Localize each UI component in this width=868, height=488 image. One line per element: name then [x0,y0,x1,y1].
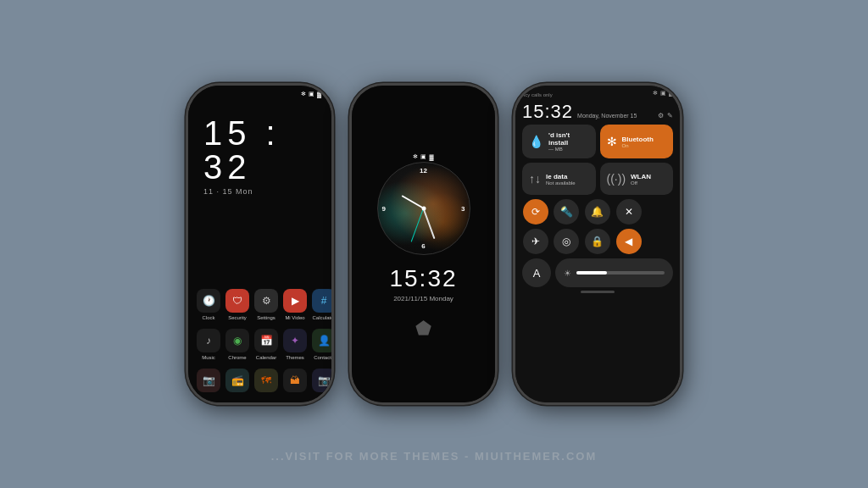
data-drop-icon: 💧 [529,135,543,148]
data-tile-sub: — MB [548,147,589,152]
clock-number-12: 12 [420,167,427,175]
ctrl-btn-row1: ⟳ 🔦 🔔 ✕ [522,199,673,225]
phone2-screen: ✻ ▣ ▓ 12 3 6 9 15:32 2 [352,86,495,402]
eye-button[interactable]: ◎ [554,229,579,254]
settings-icon[interactable]: ⚙ [658,112,664,119]
brightness-track [576,271,665,274]
app-row-3: 📷 📻 🗺 🏔 📷 [197,369,323,392]
home-indicator[interactable] [581,291,615,293]
chrome-label: Chrome [228,355,246,360]
calendar-label: Calendar [256,355,276,360]
phones-container: ✻ ▣ ▓ 15 : 32 11 · 15 Mon 🕐 Clock 🛡 Secu… [186,0,682,488]
font-size-button[interactable]: A [522,258,551,287]
flashlight-button[interactable]: 🔦 [554,199,579,225]
app-r5-icon: 📷 [312,369,334,392]
calendar-app-icon: 📅 [254,329,278,352]
phone2-bt-icon: ✻ [413,153,418,160]
mivideo-label: Mi Video [285,315,304,320]
brightness-slider[interactable]: ☀ [555,258,673,287]
wifi-icon: ((·)) [607,172,626,186]
ctrl-date: Monday, November 15 [577,113,637,119]
wlan-text: WLAN Off [631,173,666,186]
chrome-app-icon: ◉ [225,329,249,352]
mobile-data-sub: Not available [546,180,589,186]
bluetooth-icon: ✻ [607,135,617,148]
clock-label: Clock [202,315,214,320]
bell-button[interactable]: 🔔 [585,199,610,225]
app-r3-icon: 🗺 [254,369,278,392]
clock-number-3: 3 [461,205,465,213]
settings-label: Settings [257,315,275,320]
phone2-digital-time: 15:32 [389,265,457,292]
music-app-icon: ♪ [197,329,220,352]
list-item[interactable]: 🗺 [254,369,278,392]
mivideo-app-icon: ▶ [283,289,307,313]
ctrl-btn-row2: ✈ ◎ 🔒 ◀ [522,229,673,254]
app-row-1: 🕐 Clock 🛡 Security ⚙ Settings ▶ Mi Video [197,289,323,320]
data-tile-title: 'd isn't install [548,131,589,147]
list-item[interactable]: 🛡 Security [225,289,249,320]
phone1-date: 11 · 15 Mon [188,184,331,196]
ctrl-time: 15:32 [522,101,573,123]
list-item[interactable]: 📷 [312,369,334,392]
phone3-battery-icon: ▓ [669,90,673,97]
list-item[interactable]: 📻 [225,369,249,392]
emergency-text: ncy calls only [522,89,553,97]
phone3-status-icons: ✻ ▣ ▓ [653,90,673,97]
brightness-sun-icon: ☀ [564,269,571,278]
app-r4-icon: 🏔 [283,369,307,392]
lock-button[interactable]: 🔒 [585,229,610,254]
list-item[interactable]: 📷 [197,369,220,392]
phone1-time: 15 : 32 [188,99,331,184]
list-item[interactable]: # Calculator [312,289,334,320]
mobile-data-text: le data Not available [546,173,589,186]
app-r2-icon: 📻 [225,369,249,392]
phone2-time-value: 15:32 [389,265,457,291]
wlan-title: WLAN [631,173,666,180]
bluetooth-tile-title: Bluetooth [622,136,667,143]
fingerprint-icon[interactable]: ⬟ [415,318,431,340]
analog-clock: 12 3 6 9 [377,162,470,255]
bluetooth-tile-text: Bluetooth On [622,136,667,148]
phone-2: ✻ ▣ ▓ 12 3 6 9 15:32 2 [349,83,498,405]
clock-center-dot [421,207,426,211]
nav-button[interactable]: ◀ [616,229,642,254]
mobile-data-tile[interactable]: ↑↓ le data Not available [522,163,596,195]
airplane-button[interactable]: ✈ [523,229,548,254]
ctrl-header-icons: ⚙ ✎ [658,112,673,119]
phone1-bt-icon: ✻ [301,91,306,97]
data-tile-text: 'd isn't install — MB [548,131,589,152]
wlan-tile[interactable]: ((·)) WLAN Off [600,163,674,195]
phone3-signal-icon: ▣ [660,90,666,97]
contacts-label: Contacts [314,355,334,360]
list-item[interactable]: 🏔 [283,369,307,392]
list-item[interactable]: ✦ Themes [283,329,307,360]
list-item[interactable]: 🕐 Clock [197,289,220,320]
phone3-top-bar: ncy calls only ✻ ▣ ▓ [522,86,673,97]
calc-label: Calculator [312,315,334,320]
phone3-screen: ncy calls only ✻ ▣ ▓ 15:32 Monday, Novem… [515,86,680,402]
phone1-screen: ✻ ▣ ▓ 15 : 32 11 · 15 Mon 🕐 Clock 🛡 Secu… [188,86,331,402]
clock-app-icon: 🕐 [197,289,220,313]
list-item[interactable]: ♪ Music [197,329,220,360]
watermark: ...VISIT FOR MORE THEMES - MIUITHEMER.CO… [271,450,598,463]
list-item[interactable]: 📅 Calendar [254,329,278,360]
security-app-icon: 🛡 [225,289,249,313]
screenshot-button[interactable]: ✕ [616,199,642,225]
list-item[interactable]: ▶ Mi Video [283,289,307,320]
rotate-button[interactable]: ⟳ [523,199,548,225]
phone1-battery-icon: ▓ [317,92,321,97]
contacts-app-icon: 👤 [312,329,334,352]
ctrl-bottom: A ☀ [522,258,673,287]
phone2-digital-date: 2021/11/15 Monday [393,295,453,302]
data-tile[interactable]: 💧 'd isn't install — MB [522,125,596,158]
bluetooth-tile[interactable]: ✻ Bluetooth On [600,125,674,158]
clock-number-9: 9 [382,205,386,213]
list-item[interactable]: ⚙ Settings [254,289,278,320]
edit-icon[interactable]: ✎ [667,112,673,119]
clock-number-6: 6 [421,242,425,250]
phone-3: ncy calls only ✻ ▣ ▓ 15:32 Monday, Novem… [513,83,682,405]
app-row-2: ♪ Music ◉ Chrome 📅 Calendar ✦ Themes [197,329,323,360]
list-item[interactable]: ◉ Chrome [225,329,249,360]
list-item[interactable]: 👤 Contacts [312,329,334,360]
